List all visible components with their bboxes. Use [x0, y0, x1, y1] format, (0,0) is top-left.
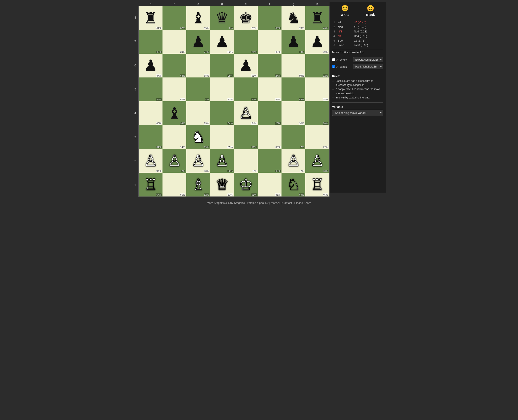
square-r7c7[interactable]: ♖46%: [305, 173, 329, 196]
square-r6c4[interactable]: 9%: [234, 149, 258, 173]
probability: 21%: [251, 51, 257, 53]
square-r4c4[interactable]: ♙64%: [234, 101, 258, 125]
square-r7c0[interactable]: ♖67%: [139, 173, 163, 196]
chess-board[interactable]: ♜61%62%♝95%♛6%♚20%69%♞70%♜46%46%30%♟77%♟…: [138, 6, 330, 197]
square-r0c0[interactable]: ♜61%: [139, 6, 163, 30]
square-r1c6[interactable]: ♟73%: [282, 30, 305, 54]
square-r0c4[interactable]: ♚20%: [234, 6, 258, 30]
square-r4c7[interactable]: 86%: [305, 101, 329, 125]
square-r2c7[interactable]: 32%: [305, 54, 329, 77]
square-r2c6[interactable]: 99%: [282, 54, 305, 77]
square-r3c1[interactable]: 40%: [163, 77, 186, 101]
ai-white-checkbox[interactable]: [332, 58, 335, 61]
square-r1c1[interactable]: 30%: [163, 30, 186, 54]
square-r3c6[interactable]: 52%: [282, 77, 305, 101]
probability: 93%: [251, 75, 257, 77]
black-player-col: 😊 Black: [366, 5, 375, 16]
square-r2c1[interactable]: 63%: [163, 54, 186, 77]
probability: 63%: [227, 98, 233, 101]
square-r4c2[interactable]: 75%: [186, 101, 210, 125]
board-with-rows: 87654321 ♜61%62%♝95%♛6%♚20%69%♞70%♜46%46…: [132, 6, 330, 197]
divider-2: [332, 102, 383, 103]
probability: 42%: [275, 51, 281, 53]
square-r2c3[interactable]: 95%: [210, 54, 234, 77]
ai-white-select[interactable]: Expert AlphaBetaErHard AlphaBetaEmMedium…: [353, 57, 383, 62]
square-r6c5[interactable]: 40%: [258, 149, 282, 173]
move-row: 2Nc3e6 (-0.43): [332, 25, 383, 29]
probability: 34%: [156, 146, 162, 149]
rules-section: Rules: Each square has a probability of …: [332, 75, 383, 100]
square-r3c5[interactable]: 49%: [258, 77, 282, 101]
probability: 30%: [299, 122, 304, 125]
square-r4c3[interactable]: 54%: [210, 101, 234, 125]
square-r5c5[interactable]: 35%: [258, 125, 282, 149]
probability: 77%: [204, 51, 209, 53]
square-r6c2[interactable]: ♙53%: [186, 149, 210, 173]
square-r5c3[interactable]: 65%: [210, 125, 234, 149]
square-r6c0[interactable]: ♙94%: [139, 149, 163, 173]
square-r7c3[interactable]: ♕83%: [210, 173, 234, 196]
square-r7c4[interactable]: ♔95%: [234, 173, 258, 196]
square-r4c6[interactable]: 30%: [282, 101, 305, 125]
square-r4c5[interactable]: 25%: [258, 101, 282, 125]
probability: 40%: [180, 98, 185, 101]
square-r5c1[interactable]: 14%: [163, 125, 186, 149]
variants-section: Variants Select King Move VariantStandar…: [332, 105, 383, 116]
probability: 24%: [156, 98, 162, 101]
variants-select[interactable]: Select King Move VariantStandardRandomCu…: [332, 110, 383, 116]
piece: ♙: [310, 153, 324, 169]
square-r3c4[interactable]: 47%: [234, 77, 258, 101]
square-r1c2[interactable]: ♟77%: [186, 30, 210, 54]
probability: 83%: [275, 194, 281, 196]
square-r0c7[interactable]: ♜46%: [305, 6, 329, 30]
probability: 46%: [323, 27, 328, 30]
square-r5c4[interactable]: 11%: [234, 125, 258, 149]
square-r6c7[interactable]: ♙83%: [305, 149, 329, 173]
square-r6c3[interactable]: ♙99%: [210, 149, 234, 173]
square-r0c2[interactable]: ♝95%: [186, 6, 210, 30]
square-r3c0[interactable]: 24%: [139, 77, 163, 101]
square-r5c0[interactable]: 34%: [139, 125, 163, 149]
square-r7c5[interactable]: 83%: [258, 173, 282, 196]
white-move: Nf3: [337, 29, 353, 34]
square-r2c5[interactable]: 27%: [258, 54, 282, 77]
square-r2c2[interactable]: 68%: [186, 54, 210, 77]
square-r5c2[interactable]: ♞69%: [186, 125, 210, 149]
ai-black-select[interactable]: Hard AlphaBetaEmExpert AlphaBetaErMedium…: [353, 64, 383, 69]
square-r1c0[interactable]: 46%: [139, 30, 163, 54]
probability: 66%: [180, 194, 185, 196]
square-r4c1[interactable]: ♝93%: [163, 101, 186, 125]
square-r5c7[interactable]: 77%: [305, 125, 329, 149]
square-r6c1[interactable]: ♙2%: [163, 149, 186, 173]
square-r2c0[interactable]: ♟87%: [139, 54, 163, 77]
square-r6c6[interactable]: ♙2%: [282, 149, 305, 173]
ai-black-checkbox[interactable]: [332, 65, 335, 68]
square-r0c1[interactable]: 62%: [163, 6, 186, 30]
square-r4c0[interactable]: 45%: [139, 101, 163, 125]
piece: ♟: [191, 34, 205, 50]
square-r1c7[interactable]: ♟39%: [305, 30, 329, 54]
probability: 68%: [204, 75, 209, 77]
square-r1c4[interactable]: 21%: [234, 30, 258, 54]
square-r1c5[interactable]: 42%: [258, 30, 282, 54]
white-move: d3: [337, 34, 353, 38]
square-r3c7[interactable]: 18%: [305, 77, 329, 101]
square-r5c6[interactable]: 7%: [282, 125, 305, 149]
square-r0c3[interactable]: ♛6%: [210, 6, 234, 30]
black-move: e6 (-0.43): [353, 25, 383, 29]
probability: 52%: [299, 98, 304, 101]
move-row: 1e4d5 (-0.44): [332, 20, 383, 25]
probability: 39%: [323, 51, 328, 53]
square-r3c3[interactable]: 63%: [210, 77, 234, 101]
square-r0c5[interactable]: 69%: [258, 6, 282, 30]
black-move: d5 (-0.44): [353, 20, 383, 25]
piece: ♙: [215, 153, 229, 169]
col-label: h: [305, 2, 329, 6]
square-r7c2[interactable]: ♗52%: [186, 173, 210, 196]
square-r0c6[interactable]: ♞70%: [282, 6, 305, 30]
square-r7c6[interactable]: ♘69%: [282, 173, 305, 196]
square-r1c3[interactable]: ♟83%: [210, 30, 234, 54]
square-r7c1[interactable]: 66%: [163, 173, 186, 196]
square-r2c4[interactable]: ♟93%: [234, 54, 258, 77]
square-r3c2[interactable]: 4%: [186, 77, 210, 101]
